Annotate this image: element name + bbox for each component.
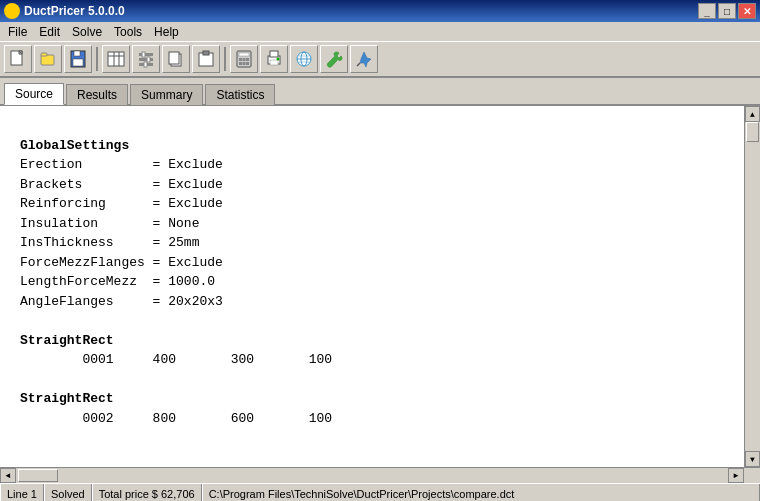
svg-rect-3 bbox=[41, 53, 47, 56]
status-price: Total price $ 62,706 bbox=[92, 484, 202, 501]
menu-edit[interactable]: Edit bbox=[33, 23, 66, 41]
content-text: GlobalSettings Erection = Exclude Bracke… bbox=[20, 116, 724, 448]
svg-rect-12 bbox=[139, 58, 153, 61]
scroll-right-button[interactable]: ► bbox=[728, 468, 744, 483]
svg-rect-16 bbox=[144, 62, 147, 67]
svg-rect-6 bbox=[73, 59, 83, 66]
svg-rect-11 bbox=[139, 53, 153, 56]
svg-rect-15 bbox=[147, 57, 150, 62]
tab-source[interactable]: Source bbox=[4, 83, 64, 105]
svg-rect-20 bbox=[203, 51, 209, 55]
title-bar-left: DuctPricer 5.0.0.0 bbox=[4, 3, 125, 19]
h-scroll-track bbox=[16, 468, 728, 483]
svg-point-32 bbox=[277, 58, 280, 61]
toolbar-copy[interactable] bbox=[162, 45, 190, 73]
minimize-button[interactable]: _ bbox=[698, 3, 716, 19]
scrollbar-corner bbox=[744, 468, 760, 483]
svg-rect-25 bbox=[246, 58, 249, 61]
status-solved: Solved bbox=[44, 484, 92, 501]
scroll-left-button[interactable]: ◄ bbox=[0, 468, 16, 483]
content-area: GlobalSettings Erection = Exclude Bracke… bbox=[0, 106, 744, 467]
app-icon bbox=[4, 3, 20, 19]
toolbar-globe[interactable] bbox=[290, 45, 318, 73]
svg-rect-24 bbox=[243, 58, 246, 61]
line-insthickness: InsThickness = 25mm bbox=[20, 235, 199, 250]
toolbar-wrench[interactable] bbox=[320, 45, 348, 73]
svg-rect-5 bbox=[74, 51, 80, 56]
svg-line-38 bbox=[357, 63, 360, 66]
toolbar-calc[interactable] bbox=[230, 45, 258, 73]
h-scrollbar: ◄ ► bbox=[0, 467, 760, 483]
svg-rect-18 bbox=[169, 52, 179, 64]
menu-help[interactable]: Help bbox=[148, 23, 185, 41]
toolbar-open[interactable] bbox=[34, 45, 62, 73]
scroll-track bbox=[745, 122, 760, 451]
tab-bar: Source Results Summary Statistics bbox=[0, 78, 760, 106]
line-reinforcing: Reinforcing = Exclude bbox=[20, 196, 223, 211]
toolbar-paste[interactable] bbox=[192, 45, 220, 73]
maximize-button[interactable]: □ bbox=[718, 3, 736, 19]
scroll-up-button[interactable]: ▲ bbox=[745, 106, 760, 122]
svg-rect-26 bbox=[239, 62, 242, 65]
toolbar-sep-1 bbox=[96, 47, 98, 71]
toolbar-table[interactable] bbox=[102, 45, 130, 73]
line-lengthmezz: LengthForceMezz = 1000.0 bbox=[20, 274, 215, 289]
line-forcemezz: ForceMezzFlanges = Exclude bbox=[20, 255, 223, 270]
line-0001: 0001 400 300 100 bbox=[20, 352, 332, 367]
svg-rect-31 bbox=[270, 60, 278, 65]
svg-rect-28 bbox=[246, 62, 249, 65]
svg-rect-7 bbox=[108, 52, 124, 66]
tab-results[interactable]: Results bbox=[66, 84, 128, 105]
app-title: DuctPricer 5.0.0.0 bbox=[24, 4, 125, 18]
line-erection: Erection = Exclude bbox=[20, 157, 223, 172]
status-path: C:\Program Files\TechniSolve\DuctPricer\… bbox=[202, 484, 760, 501]
svg-rect-30 bbox=[270, 51, 278, 57]
v-scrollbar: ▲ ▼ bbox=[744, 106, 760, 467]
toolbar-new[interactable] bbox=[4, 45, 32, 73]
heading-straightrect2: StraightRect bbox=[20, 391, 114, 406]
tab-statistics[interactable]: Statistics bbox=[205, 84, 275, 105]
menu-file[interactable]: File bbox=[2, 23, 33, 41]
svg-rect-27 bbox=[243, 62, 246, 65]
menu-solve[interactable]: Solve bbox=[66, 23, 108, 41]
line-brackets: Brackets = Exclude bbox=[20, 177, 223, 192]
title-bar: DuctPricer 5.0.0.0 _ □ ✕ bbox=[0, 0, 760, 22]
toolbar-pin[interactable] bbox=[350, 45, 378, 73]
scroll-down-button[interactable]: ▼ bbox=[745, 451, 760, 467]
h-scroll-thumb[interactable] bbox=[18, 469, 58, 482]
tab-summary[interactable]: Summary bbox=[130, 84, 203, 105]
status-line: Line 1 bbox=[0, 484, 44, 501]
toolbar-sep-2 bbox=[224, 47, 226, 71]
toolbar-save[interactable] bbox=[64, 45, 92, 73]
close-button[interactable]: ✕ bbox=[738, 3, 756, 19]
heading-straightrect1: StraightRect bbox=[20, 333, 114, 348]
status-bar: Line 1 Solved Total price $ 62,706 C:\Pr… bbox=[0, 483, 760, 501]
toolbar bbox=[0, 42, 760, 78]
svg-rect-23 bbox=[239, 58, 242, 61]
line-angleflanges: AngleFlanges = 20x20x3 bbox=[20, 294, 223, 309]
title-bar-controls: _ □ ✕ bbox=[698, 3, 756, 19]
line-insulation: Insulation = None bbox=[20, 216, 199, 231]
heading-global: GlobalSettings bbox=[20, 138, 129, 153]
toolbar-print[interactable] bbox=[260, 45, 288, 73]
toolbar-settings[interactable] bbox=[132, 45, 160, 73]
scroll-thumb[interactable] bbox=[746, 122, 759, 142]
menu-bar: File Edit Solve Tools Help bbox=[0, 22, 760, 42]
svg-rect-14 bbox=[142, 52, 145, 57]
line-0002: 0002 800 600 100 bbox=[20, 411, 332, 426]
menu-tools[interactable]: Tools bbox=[108, 23, 148, 41]
svg-rect-22 bbox=[239, 53, 249, 56]
